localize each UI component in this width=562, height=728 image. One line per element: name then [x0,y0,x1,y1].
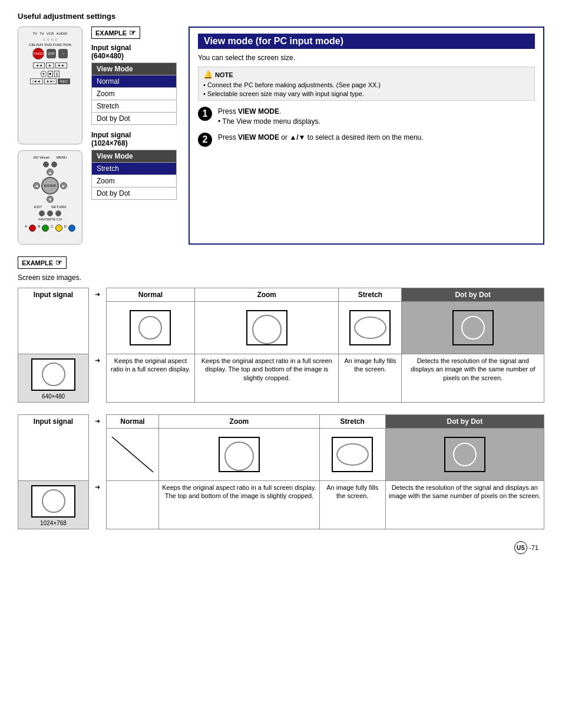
step-1-num: 1 [198,107,212,121]
step-2-row: 2 Press VIEW MODE or ▲/▼ to select a des… [198,133,535,147]
comp2-img-zoom [159,429,320,481]
menu1-row-2: Zoom [92,88,177,100]
view-mode-desc: You can select the screen size. [198,54,535,62]
comparison-table-2: Input signal ➜ Normal Zoom Stretch Dot b… [18,414,544,529]
note-box: 🔔 NOTE • Connect the PC before making ad… [198,67,535,101]
example-label-2: EXAMPLE ☞ [18,256,67,269]
page-number-area: US -71 [18,541,544,554]
view-mode-title: View mode (for PC input mode) [198,34,535,49]
note-item-0: • Connect the PC before making adjustmen… [203,81,530,88]
section-title: Useful adjustment settings [18,12,544,21]
menu2-row-2: Zoom [92,175,177,187]
page-num-text: -71 [529,544,538,551]
comp2-img-dotbydot [385,429,544,481]
us-label: US [514,541,527,554]
step-2-num: 2 [198,133,212,147]
menu1-row-3: Stretch [92,100,177,113]
menu1-signal-label: Input signal (640×480) [91,44,177,60]
note-icon: 🔔 [203,70,213,79]
comp2-img-normal [107,429,159,481]
comp1-desc-normal: Keeps the original aspect ratio in a ful… [107,354,195,403]
menu2-container: Input signal (1024×768) View Mode Stretc… [91,131,177,200]
comp2-arrow-2: ➜ [89,481,107,529]
comp1-img-stretch [339,302,402,354]
menu2-signal-label: Input signal (1024×768) [91,131,177,147]
comp1-col-zoom: Zoom [194,288,339,302]
comp2-col-stretch: Stretch [319,415,385,429]
comp2-arrow: ➜ [89,415,107,481]
menu2-row-3: Dot by Dot [92,187,177,200]
comp2-desc-zoom: Keeps the original aspect ratio in a ful… [159,481,320,529]
svg-line-0 [112,437,153,472]
menu2-row-0: View Mode [92,150,177,163]
comp1-col-stretch: Stretch [339,288,402,302]
menus-container: EXAMPLE ☞ Input signal (640×480) View Mo… [91,27,177,245]
comp1-desc-stretch: An image fully fills the screen. [339,354,402,403]
comp2-desc-stretch: An image fully fills the screen. [319,481,385,529]
example-label-1: EXAMPLE ☞ [91,27,140,39]
comp1-img-zoom [194,302,339,354]
comp2-desc-normal [107,481,159,529]
note-title: 🔔 NOTE [203,70,530,79]
step-1-text: Press VIEW MODE. • The View mode menu di… [218,107,320,127]
comp2-desc-dotbydot: Detects the resolution of the signal and… [385,481,544,529]
view-mode-section: View mode (for PC input mode) You can se… [189,27,544,245]
menu1-row-1: Normal [92,75,177,88]
comp1-img-dotbydot [402,302,544,354]
comparison-table-1: Input signal ➜ Normal Zoom Stretch Dot b… [18,288,544,403]
remote-image-top: TV TV VCR AUDIO ○○○○ CBL/SAT DVD FUNCTIO… [18,27,82,144]
comp1-img-normal [107,302,195,354]
top-section: TV TV VCR AUDIO ○○○○ CBL/SAT DVD FUNCTIO… [18,27,544,245]
comp1-arrow: ➜ [89,288,107,354]
comp2-input-header: Input signal [18,415,89,481]
comp1-arrow-2: ➜ [89,354,107,403]
menu1-container: EXAMPLE ☞ Input signal (640×480) View Mo… [91,27,177,125]
remote-menus-area: TV TV VCR AUDIO ○○○○ CBL/SAT DVD FUNCTIO… [18,27,177,245]
menu1-row-0: View Mode [92,63,177,75]
step-2-text: Press VIEW MODE or ▲/▼ to select a desir… [218,133,424,143]
remote-panel: TV TV VCR AUDIO ○○○○ CBL/SAT DVD FUNCTIO… [18,27,82,245]
comp1-col-dotbydot: Dot by Dot [402,288,544,302]
note-item-1: • Selectable screen size may vary with i… [203,90,530,97]
diagonal-svg [109,434,156,475]
comp1-col-normal: Normal [107,288,195,302]
menu2-table: View Mode Stretch Zoom Dot by Dot [91,150,177,200]
comp1-desc-dotbydot: Detects the resolution of the signal and… [402,354,544,403]
example-icon-1: ☞ [129,28,136,37]
comp2-col-zoom: Zoom [159,415,320,429]
menu2-row-1: Stretch [92,163,177,175]
comp1-input-val: 640×480 [18,354,89,403]
comp2-img-stretch [319,429,385,481]
screen-size-label: Screen size images. [18,274,544,282]
menu1-row-4: Dot by Dot [92,113,177,125]
step-1-row: 1 Press VIEW MODE. • The View mode menu … [198,107,535,127]
remote-image-bottom: DD Virtual MENU ▲ ◄ ENTER ► ▼ [18,150,82,245]
example-section: EXAMPLE ☞ Screen size images. [18,256,544,282]
comp2-input-val: 1024×768 [18,481,89,529]
example-icon-2: ☞ [55,258,62,267]
comp1-desc-zoom: Keeps the original aspect ratio in a ful… [194,354,339,403]
comp2-col-dotbydot: Dot by Dot [385,415,544,429]
comp1-input-header: Input signal [18,288,89,354]
comp2-col-normal: Normal [107,415,159,429]
menu1-table: View Mode Normal Zoom Stretch Dot by Dot [91,62,177,125]
